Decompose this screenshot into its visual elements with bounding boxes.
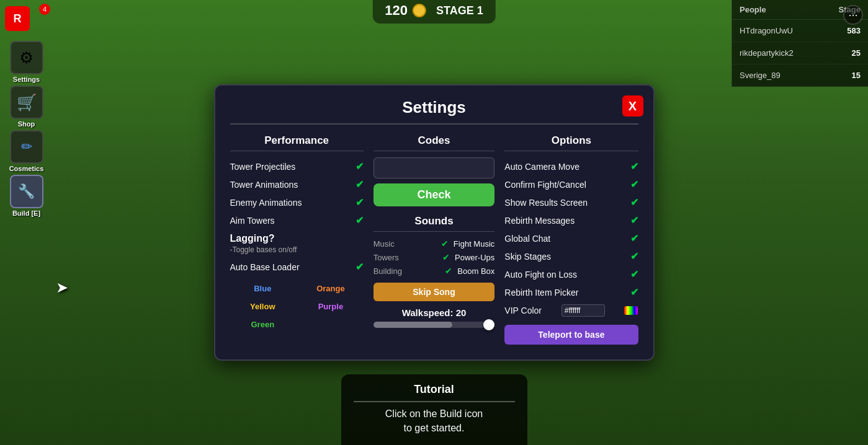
- setting-enemy-animations[interactable]: Enemy Animations ✔: [230, 193, 364, 211]
- setting-enemy-animations-label: Enemy Animations: [230, 198, 302, 208]
- modal-overlay: Settings X Performance Tower Projectiles…: [0, 0, 868, 445]
- performance-title: Performance: [230, 134, 364, 151]
- settings-modal: Settings X Performance Tower Projectiles…: [214, 84, 655, 361]
- setting-skip-stages[interactable]: Skip Stages ✔: [504, 247, 638, 265]
- code-input[interactable]: [374, 157, 495, 178]
- sound-group-building: ✔ Boom Box: [445, 266, 494, 276]
- rainbow-icon[interactable]: [624, 306, 638, 315]
- setting-rebirth-item-picker[interactable]: Rebirth Item Picker ✔: [504, 283, 638, 301]
- color-btn-green[interactable]: Green: [230, 317, 296, 332]
- slider-fill: [374, 322, 452, 328]
- skip-stages-label: Skip Stages: [504, 252, 551, 262]
- walkspeed-slider[interactable]: [374, 322, 495, 328]
- auto-camera-label: Auto Camera Move: [504, 162, 579, 172]
- skip-song-button[interactable]: Skip Song: [374, 283, 495, 301]
- fight-music-check: ✔: [441, 239, 449, 249]
- teleport-button[interactable]: Teleport to base: [504, 325, 638, 345]
- global-chat-check: ✔: [630, 232, 638, 244]
- color-btn-yellow[interactable]: Yellow: [230, 299, 296, 314]
- confirm-fight-label: Confirm Fight/Cancel: [504, 180, 586, 190]
- walkspeed-label: Walkspeed: 20: [374, 307, 495, 318]
- performance-column: Performance Tower Projectiles ✔ Tower An…: [230, 134, 364, 345]
- modal-columns: Performance Tower Projectiles ✔ Tower An…: [230, 134, 638, 345]
- show-results-label: Show Results Screen: [504, 198, 588, 208]
- vip-color-input[interactable]: [562, 304, 605, 317]
- tower-projectiles-check: ✔: [356, 161, 364, 172]
- options-title: Options: [504, 134, 638, 151]
- check-button[interactable]: Check: [374, 183, 495, 206]
- setting-auto-base-loader[interactable]: Auto Base Loader ✔: [230, 258, 364, 276]
- rebirth-item-picker-check: ✔: [630, 286, 638, 298]
- sound-row-music: Music ✔ Fight Music: [374, 237, 495, 250]
- sound-row-building: Building ✔ Boom Box: [374, 264, 495, 278]
- power-ups-check: ✔: [442, 252, 450, 262]
- setting-aim-towers-label: Aim Towers: [230, 216, 275, 226]
- options-column: Options Auto Camera Move ✔ Confirm Fight…: [504, 134, 638, 345]
- setting-show-results[interactable]: Show Results Screen ✔: [504, 193, 638, 211]
- sound-group-music: ✔ Fight Music: [441, 239, 494, 249]
- vip-color-row: VIP Color: [504, 301, 638, 320]
- sounds-title: Sounds: [374, 215, 495, 232]
- setting-confirm-fight[interactable]: Confirm Fight/Cancel ✔: [504, 175, 638, 193]
- setting-auto-fight-loss[interactable]: Auto Fight on Loss ✔: [504, 265, 638, 283]
- color-btn-purple[interactable]: Purple: [298, 299, 364, 314]
- sound-cat-building: Building: [374, 267, 411, 276]
- sound-cat-music: Music: [374, 239, 411, 249]
- setting-tower-animations-label: Tower Animations: [230, 180, 298, 190]
- sound-row-towers: Towers ✔ Power-Ups: [374, 250, 495, 264]
- auto-camera-check: ✔: [630, 161, 638, 172]
- tower-animations-check: ✔: [356, 178, 364, 190]
- setting-auto-camera[interactable]: Auto Camera Move ✔: [504, 157, 638, 175]
- boom-box-check: ✔: [445, 266, 452, 276]
- setting-aim-towers[interactable]: Aim Towers ✔: [230, 211, 364, 229]
- skip-stages-check: ✔: [630, 250, 638, 262]
- aim-towers-check: ✔: [356, 214, 364, 226]
- fight-music-label: Fight Music: [454, 239, 494, 249]
- setting-tower-projectiles-label: Tower Projectiles: [230, 162, 296, 172]
- toggle-label: -Toggle bases on/off: [230, 245, 364, 254]
- confirm-fight-check: ✔: [630, 178, 638, 190]
- enemy-animations-check: ✔: [356, 196, 364, 208]
- sound-group-towers: ✔ Power-Ups: [442, 252, 494, 262]
- lagging-label: Lagging?: [230, 233, 364, 244]
- boom-box-label: Boom Box: [457, 267, 494, 276]
- vip-color-label: VIP Color: [504, 306, 542, 315]
- rebirth-messages-check: ✔: [630, 214, 638, 226]
- setting-tower-projectiles[interactable]: Tower Projectiles ✔: [230, 157, 364, 175]
- auto-fight-loss-label: Auto Fight on Loss: [504, 270, 577, 280]
- color-grid: Blue Orange Yellow Purple Green: [230, 281, 364, 332]
- global-chat-label: Global Chat: [504, 234, 550, 244]
- rebirth-item-picker-label: Rebirth Item Picker: [504, 288, 578, 297]
- codes-title: Codes: [374, 134, 495, 151]
- setting-rebirth-messages[interactable]: Rebirth Messages ✔: [504, 211, 638, 229]
- setting-global-chat[interactable]: Global Chat ✔: [504, 229, 638, 247]
- slider-thumb: [483, 319, 494, 330]
- color-btn-blue[interactable]: Blue: [230, 281, 296, 296]
- auto-fight-loss-check: ✔: [630, 268, 638, 280]
- auto-base-loader-label: Auto Base Loader: [230, 262, 300, 272]
- codes-column: Codes Check Sounds Music ✔ Fight Music T…: [374, 134, 495, 345]
- setting-tower-animations[interactable]: Tower Animations ✔: [230, 175, 364, 193]
- modal-close-button[interactable]: X: [622, 95, 643, 117]
- rebirth-messages-label: Rebirth Messages: [504, 216, 575, 226]
- show-results-check: ✔: [630, 196, 638, 208]
- power-ups-label: Power-Ups: [455, 253, 494, 262]
- sound-cat-towers: Towers: [374, 253, 411, 262]
- auto-base-loader-check: ✔: [356, 261, 364, 273]
- color-btn-orange[interactable]: Orange: [298, 281, 364, 296]
- modal-title: Settings: [230, 98, 638, 125]
